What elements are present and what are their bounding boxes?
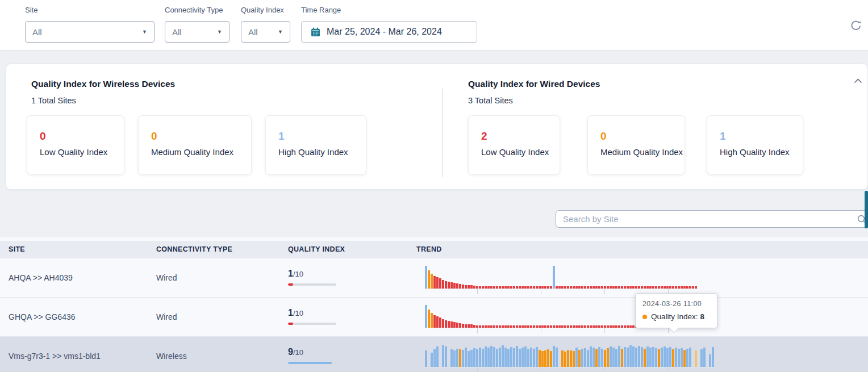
tooltip-value: 8 bbox=[700, 312, 705, 321]
column-header-trend: TREND bbox=[416, 245, 442, 253]
wireless-low-label: Low Quality Index bbox=[40, 147, 124, 157]
quality-index-bar bbox=[288, 323, 336, 325]
section-divider bbox=[443, 89, 443, 177]
chart-tooltip: 2024-03-26 11:00 Quality Index: 8 bbox=[635, 293, 717, 328]
wired-total-sites: 3 Total Sites bbox=[468, 96, 513, 105]
filter-bar: Site Connectivity Type Quality Index Tim… bbox=[0, 0, 868, 51]
time-range-value: Mar 25, 2024 - Mar 26, 2024 bbox=[327, 27, 442, 37]
wireless-medium-quality-card[interactable]: 0 Medium Quality Index bbox=[138, 115, 252, 175]
table-header: SITE CONNECTIVITY TYPE QUALITY INDEX TRE… bbox=[0, 241, 868, 258]
chevron-down-icon: ▼ bbox=[217, 29, 222, 35]
site-cell: Vms-g7r3-1 >> vms1-bld1 bbox=[9, 352, 101, 361]
wired-low-quality-card[interactable]: 2 Low Quality Index bbox=[468, 115, 560, 175]
quality-index-filter-label: Quality Index bbox=[241, 6, 284, 14]
trend-axis bbox=[425, 289, 698, 289]
wired-medium-quality-card[interactable]: 0 Medium Quality Index bbox=[587, 115, 685, 175]
wireless-medium-label: Medium Quality Index bbox=[151, 147, 251, 157]
trend-axis bbox=[425, 367, 715, 367]
wired-medium-label: Medium Quality Index bbox=[600, 147, 685, 157]
wireless-medium-count: 0 bbox=[151, 131, 251, 143]
quality-index-cell: 9/10 bbox=[288, 347, 303, 357]
quality-index-cell: 1/10 bbox=[288, 308, 303, 318]
chevron-down-icon: ▼ bbox=[278, 29, 283, 35]
chevron-down-icon: ▼ bbox=[142, 29, 147, 35]
quality-index-select-value: All bbox=[248, 27, 272, 37]
site-filter-label: Site bbox=[25, 6, 37, 14]
collapse-panel-button[interactable] bbox=[854, 76, 863, 81]
connectivity-cell: Wired bbox=[156, 312, 177, 321]
calendar-icon bbox=[311, 27, 320, 37]
tooltip-label: Quality Index: bbox=[651, 312, 698, 321]
connectivity-select-value: All bbox=[172, 27, 211, 37]
time-range-filter-label: Time Range bbox=[301, 6, 341, 14]
wired-high-quality-card[interactable]: 1 High Quality Index bbox=[707, 115, 803, 175]
site-cell: AHQA >> AH4039 bbox=[9, 273, 73, 282]
column-header-connectivity: CONNECTIVITY TYPE bbox=[156, 245, 232, 253]
vertical-scrollbar-thumb[interactable] bbox=[865, 191, 868, 228]
wired-high-count: 1 bbox=[720, 131, 803, 143]
trend-sparkline bbox=[425, 344, 715, 367]
connectivity-cell: Wired bbox=[156, 273, 177, 282]
quality-index-bar bbox=[288, 362, 336, 364]
connectivity-cell: Wireless bbox=[156, 352, 187, 361]
search-wrap bbox=[556, 210, 868, 228]
connectivity-filter-label: Connectivity Type bbox=[165, 6, 223, 14]
site-select-value: All bbox=[32, 27, 136, 37]
sites-table: SITE CONNECTIVITY TYPE QUALITY INDEX TRE… bbox=[0, 237, 868, 372]
wireless-high-quality-card[interactable]: 1 High Quality Index bbox=[265, 115, 366, 175]
column-header-site: SITE bbox=[9, 245, 25, 253]
wireless-low-quality-card[interactable]: 0 Low Quality Index bbox=[27, 115, 124, 175]
table-row[interactable]: GHQA >> GG6436 Wired 1/10 bbox=[0, 298, 868, 337]
wired-low-count: 2 bbox=[481, 131, 560, 143]
wireless-section-title: Quality Index for Wireless Devices bbox=[31, 79, 175, 89]
quality-index-select[interactable]: All ▼ bbox=[241, 21, 290, 43]
refresh-button[interactable] bbox=[850, 19, 863, 33]
wireless-total-sites: 1 Total Sites bbox=[31, 96, 76, 105]
series-dot-icon bbox=[642, 315, 647, 319]
trend-sparkline bbox=[425, 265, 698, 289]
column-header-quality-index: QUALITY INDEX bbox=[288, 245, 345, 253]
table-row[interactable]: AHQA >> AH4039 Wired 1/10 bbox=[0, 258, 868, 298]
quality-index-bar bbox=[288, 283, 336, 286]
wired-low-label: Low Quality Index bbox=[481, 147, 560, 157]
wired-medium-count: 0 bbox=[600, 131, 685, 143]
wireless-high-label: High Quality Index bbox=[278, 147, 366, 157]
quality-summary-panel: Quality Index for Wireless Devices 1 Tot… bbox=[6, 64, 868, 190]
site-cell: GHQA >> GG6436 bbox=[9, 312, 76, 321]
wired-high-label: High Quality Index bbox=[720, 147, 803, 157]
table-row[interactable]: Vms-g7r3-1 >> vms1-bld1 Wireless 9/10 bbox=[0, 337, 868, 372]
quality-index-cell: 1/10 bbox=[288, 269, 303, 279]
wireless-low-count: 0 bbox=[40, 131, 124, 143]
tooltip-value-line: Quality Index: 8 bbox=[642, 312, 710, 321]
wireless-high-count: 1 bbox=[278, 131, 366, 143]
connectivity-select[interactable]: All ▼ bbox=[165, 21, 229, 43]
wired-section-title: Quality Index for Wired Devices bbox=[468, 79, 600, 89]
site-select[interactable]: All ▼ bbox=[25, 21, 155, 43]
search-input[interactable] bbox=[556, 210, 868, 228]
time-range-picker[interactable]: Mar 25, 2024 - Mar 26, 2024 bbox=[301, 21, 477, 43]
tooltip-timestamp: 2024-03-26 11:00 bbox=[642, 300, 710, 308]
